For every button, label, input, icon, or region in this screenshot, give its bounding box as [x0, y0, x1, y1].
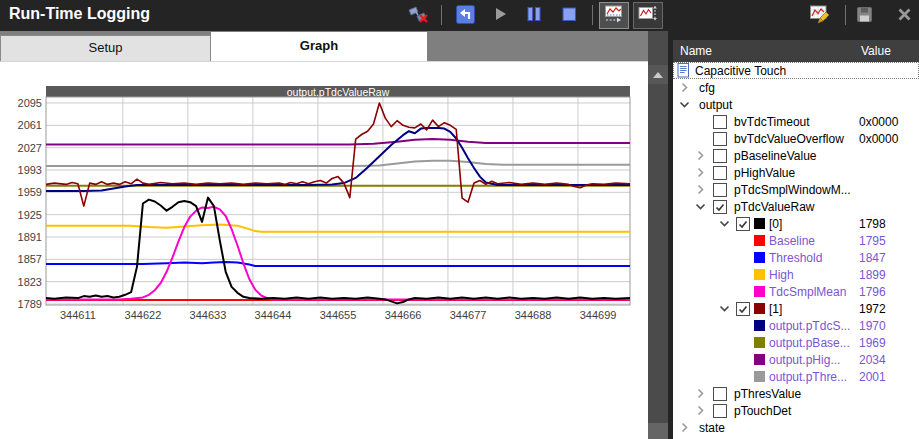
tab-graph[interactable]: Graph: [211, 32, 427, 61]
checkbox-unchecked[interactable]: [713, 166, 727, 180]
play-button[interactable]: [487, 4, 513, 28]
chevron-down-icon[interactable]: [719, 303, 730, 314]
tree-row[interactable]: Baseline1795: [673, 232, 919, 249]
pause-button[interactable]: [521, 4, 547, 28]
tree-row[interactable]: [1]1972: [673, 300, 919, 317]
svg-text:1925: 1925: [18, 209, 42, 221]
row-label: pTouchDet: [734, 404, 791, 418]
row-value: 1970: [859, 319, 886, 333]
chevron-down-icon[interactable]: [695, 201, 706, 212]
row-value: 0x0000: [859, 132, 898, 146]
chevron-down-icon[interactable]: [679, 99, 690, 110]
chevron-right-icon[interactable]: [695, 388, 706, 399]
vertical-scrollbar[interactable]: [648, 31, 668, 439]
tree-row[interactable]: output.pThre...2001: [673, 368, 919, 385]
scroll-up-button[interactable]: [648, 65, 668, 84]
series-color-swatch: [754, 286, 765, 297]
checkbox-unchecked[interactable]: [713, 149, 727, 163]
tree-row[interactable]: Threshold1847: [673, 249, 919, 266]
tree-row[interactable]: [0]1798: [673, 215, 919, 232]
row-label: output.pThre...: [769, 370, 847, 384]
tree-row[interactable]: pHighValue: [673, 164, 919, 181]
tree-row[interactable]: TdcSmplMean1796: [673, 283, 919, 300]
series-color-swatch: [754, 303, 765, 314]
checkbox-checked[interactable]: [713, 200, 727, 214]
tree-row[interactable]: output.pBase...1969: [673, 334, 919, 351]
tree-row[interactable]: state: [673, 419, 919, 436]
row-label: pBaselineValue: [734, 149, 817, 163]
svg-text:344611: 344611: [60, 309, 96, 321]
row-value: 1795: [859, 234, 886, 248]
svg-text:1993: 1993: [18, 164, 42, 176]
tree-row[interactable]: pThresValue: [673, 385, 919, 402]
restart-button[interactable]: [452, 4, 478, 28]
checkbox-checked[interactable]: [736, 217, 750, 231]
stop-button[interactable]: [556, 4, 582, 28]
row-value: 1972: [859, 302, 886, 316]
tree-row[interactable]: pTdcSmplWindowM...: [673, 181, 919, 198]
svg-text:2095: 2095: [18, 97, 42, 109]
chevron-right-icon[interactable]: [695, 184, 706, 195]
close-icon: [897, 7, 912, 26]
close-button[interactable]: [891, 4, 917, 28]
row-value: 0x0000: [859, 115, 898, 129]
row-value: 1798: [859, 217, 886, 231]
row-label: pHighValue: [734, 166, 795, 180]
svg-text:1823: 1823: [18, 276, 42, 288]
svg-text:344622: 344622: [125, 309, 162, 321]
fixed-graph-toggle[interactable]: [633, 2, 663, 29]
tree-row[interactable]: output.pHig...2034: [673, 351, 919, 368]
svg-text:2027: 2027: [18, 142, 42, 154]
disconnect-button[interactable]: [405, 4, 431, 28]
tab-setup[interactable]: Setup: [0, 35, 211, 61]
checkbox-unchecked[interactable]: [713, 132, 727, 146]
toolbar-separator: [592, 5, 593, 25]
series-color-swatch: [754, 235, 765, 246]
checkbox-unchecked[interactable]: [713, 115, 727, 129]
svg-text:1857: 1857: [18, 253, 42, 265]
svg-text:344655: 344655: [320, 309, 357, 321]
chevron-right-icon[interactable]: [679, 82, 690, 93]
tree-row[interactable]: output.pTdcS...1970: [673, 317, 919, 334]
series-color-swatch: [754, 354, 765, 365]
y-axis-labels: 1789182318571891192519591993202720612095: [18, 97, 42, 310]
row-label: [1]: [769, 302, 782, 316]
row-label: output.pHig...: [769, 353, 840, 367]
graph-settings-button[interactable]: [808, 4, 834, 28]
chevron-right-icon[interactable]: [695, 405, 706, 416]
tree-rows: Capacitive TouchcfgoutputbvTdcTimeout0x0…: [673, 62, 919, 436]
save-button[interactable]: [851, 4, 877, 28]
row-label: Capacitive Touch: [695, 64, 786, 78]
play-icon: [491, 5, 509, 27]
svg-text:344699: 344699: [580, 309, 617, 321]
tree-row[interactable]: pTouchDet: [673, 402, 919, 419]
chevron-right-icon[interactable]: [695, 167, 706, 178]
checkbox-unchecked[interactable]: [713, 183, 727, 197]
tree-row[interactable]: output: [673, 96, 919, 113]
tree-row[interactable]: bvTdcValueOverflow0x0000: [673, 130, 919, 147]
series-color-swatch: [754, 371, 765, 382]
scrolling-graph-toggle[interactable]: [599, 2, 629, 29]
tree-row[interactable]: High1899: [673, 266, 919, 283]
tree-row[interactable]: pTdcValueRaw: [673, 198, 919, 215]
tree-header-value: Value: [861, 44, 891, 58]
tree-header-name: Name: [680, 44, 712, 58]
line-chart[interactable]: output.pTdcValueRaw178918231857189119251…: [0, 62, 648, 439]
tree-row[interactable]: cfg: [673, 79, 919, 96]
row-value: 2001: [859, 370, 886, 384]
row-label: pTdcSmplWindowM...: [734, 183, 851, 197]
fixed-chart-icon: [638, 5, 658, 27]
row-value: 1969: [859, 336, 886, 350]
chevron-down-icon[interactable]: [719, 218, 730, 229]
checkbox-unchecked[interactable]: [713, 387, 727, 401]
disconnect-icon: [406, 4, 430, 28]
checkbox-checked[interactable]: [736, 302, 750, 316]
tree-row[interactable]: bvTdcTimeout0x0000: [673, 113, 919, 130]
chevron-right-icon[interactable]: [679, 422, 690, 433]
row-label: pTdcValueRaw: [734, 200, 814, 214]
tree-row[interactable]: Capacitive Touch: [673, 62, 919, 79]
chevron-right-icon[interactable]: [695, 150, 706, 161]
toolbar-separator: [845, 5, 846, 25]
checkbox-unchecked[interactable]: [713, 404, 727, 418]
tree-row[interactable]: pBaselineValue: [673, 147, 919, 164]
